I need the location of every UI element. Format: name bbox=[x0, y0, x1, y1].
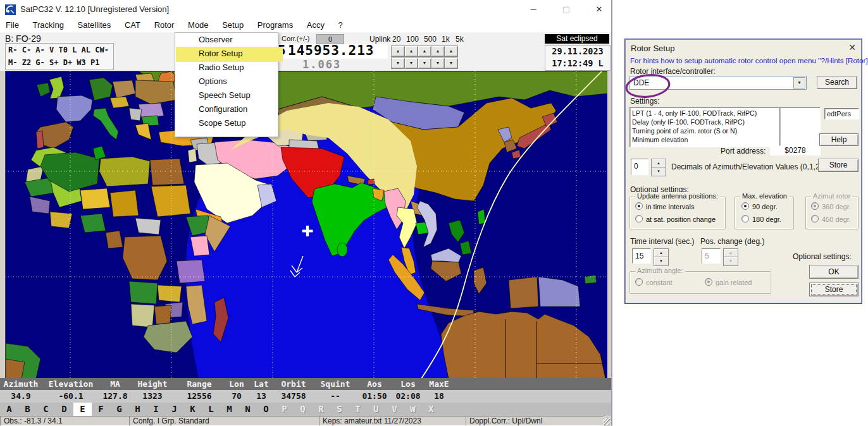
close-button[interactable]: ✕ bbox=[585, 0, 614, 18]
satellite-letter[interactable]: M bbox=[220, 403, 239, 416]
table-header-cell: Lon bbox=[224, 378, 249, 390]
freq-down-100-button[interactable]: ▼ bbox=[404, 58, 418, 69]
satellite-letter[interactable]: A bbox=[0, 403, 18, 416]
menu-item-speech-setup[interactable]: Speech Setup bbox=[175, 88, 278, 102]
table-value-cell: 127.8 bbox=[100, 390, 130, 402]
satellite-letter[interactable]: L bbox=[202, 403, 220, 416]
menu-accy[interactable]: Accy bbox=[301, 19, 330, 31]
freq-up-20-button[interactable]: ▲ bbox=[391, 46, 405, 57]
group-legend: Max. elevation bbox=[740, 192, 789, 200]
downlink-frequency[interactable]: 145953.213 bbox=[288, 43, 374, 58]
table-value-cell: 12556 bbox=[175, 390, 224, 402]
ok-button[interactable]: OK bbox=[809, 265, 859, 279]
menu-item-radio-setup[interactable]: Radio Setup bbox=[175, 61, 278, 75]
info-panel: B: FO-29 R- C- A- V T0 L AL CW- M- Z2 G-… bbox=[0, 32, 611, 71]
radio-360-degr: 360 degr. bbox=[811, 202, 851, 210]
group-legend: Update antenna positions: bbox=[635, 192, 720, 200]
menu-programs[interactable]: Programs bbox=[252, 19, 299, 31]
decimals-field[interactable]: 0 bbox=[631, 159, 648, 175]
table-value-cell: 1323 bbox=[130, 390, 175, 402]
freq-up-5k-button[interactable]: ▲ bbox=[444, 46, 458, 57]
satellite-letter-disabled: X bbox=[422, 403, 440, 416]
menu-help[interactable]: ? bbox=[333, 19, 349, 31]
search-button[interactable]: Search bbox=[817, 76, 857, 89]
menu-mode[interactable]: Mode bbox=[182, 19, 214, 31]
store-button[interactable]: Store bbox=[818, 159, 859, 172]
satellite-letter[interactable]: C bbox=[37, 403, 55, 416]
group-legend: Azimuth angle: bbox=[635, 267, 685, 274]
time-interval-field[interactable]: 15 bbox=[632, 248, 651, 264]
satellite-letter[interactable]: K bbox=[183, 403, 202, 416]
settings-line: Minimum elevation bbox=[632, 135, 779, 144]
menu-tracking[interactable]: Tracking bbox=[27, 19, 70, 31]
dialog-title: Rotor Setup bbox=[631, 44, 674, 53]
radio-icon bbox=[741, 215, 749, 222]
window-title: SatPC32 V. 12.10 [Unregistered Version] bbox=[20, 4, 169, 14]
menu-item-options[interactable]: Options bbox=[175, 75, 278, 88]
dialog-close-icon[interactable]: ✕ bbox=[848, 42, 856, 52]
radio-label: in time intervals bbox=[646, 203, 694, 210]
freq-up-100-button[interactable]: ▲ bbox=[404, 46, 418, 57]
menu-item-scope-setup[interactable]: Scope Setup bbox=[175, 116, 278, 130]
satellite-letter[interactable]: I bbox=[147, 403, 165, 416]
menu-file[interactable]: File bbox=[0, 19, 25, 31]
decimals-down-button[interactable]: ▼ bbox=[651, 167, 666, 176]
freq-up-500-button[interactable]: ▲ bbox=[418, 46, 431, 57]
table-header-cell: MaxE bbox=[424, 378, 454, 390]
freq-down-1k-button[interactable]: ▼ bbox=[431, 58, 445, 69]
table-header-cell: MA bbox=[100, 378, 130, 390]
settings-value-listbox[interactable] bbox=[779, 107, 821, 146]
menu-satellites[interactable]: Satellites bbox=[72, 19, 117, 31]
menu-rotor[interactable]: Rotor bbox=[149, 19, 180, 31]
minimize-button[interactable]: ─ bbox=[519, 0, 548, 18]
satellite-letter[interactable]: J bbox=[165, 403, 183, 416]
table-header-cell: Orbit bbox=[273, 378, 314, 390]
table-header-cell: Los bbox=[392, 378, 424, 390]
rotor-interface-combobox[interactable]: DDE ▼ bbox=[629, 76, 807, 90]
freq-down-20-button[interactable]: ▼ bbox=[391, 58, 405, 69]
satellite-letter[interactable]: G bbox=[110, 403, 128, 416]
radio-450-degr: 450 degr. bbox=[811, 215, 851, 223]
world-map[interactable] bbox=[5, 71, 607, 379]
app-icon bbox=[5, 4, 16, 15]
freq-down-5k-button[interactable]: ▼ bbox=[444, 58, 458, 69]
satellite-letter-selected[interactable]: E bbox=[73, 403, 92, 416]
satellite-letter[interactable]: H bbox=[128, 403, 147, 416]
menu-item-observer[interactable]: Observer bbox=[175, 33, 278, 47]
radio-icon bbox=[635, 278, 643, 286]
satellite-letter-disabled: R bbox=[312, 403, 330, 416]
edtpers-field[interactable]: edtPers bbox=[824, 108, 859, 119]
table-value-cell: -60.1 bbox=[42, 390, 100, 402]
menu-item-rotor-setup[interactable]: Rotor Setup bbox=[175, 47, 278, 61]
satellite-letter[interactable]: D bbox=[55, 403, 73, 416]
status-config: Confg. I Grp. Standard bbox=[129, 416, 319, 426]
freq-up-1k-button[interactable]: ▲ bbox=[431, 46, 445, 57]
freq-down-500-button[interactable]: ▼ bbox=[418, 58, 431, 69]
radio-gain-related: gain related bbox=[705, 278, 752, 286]
menu-setup[interactable]: Setup bbox=[216, 19, 249, 31]
satellite-letter[interactable]: B bbox=[18, 403, 37, 416]
maximize-button[interactable]: ▢ bbox=[552, 0, 581, 18]
chevron-down-icon[interactable]: ▼ bbox=[793, 77, 805, 88]
help-button[interactable]: Help bbox=[819, 133, 859, 146]
time-interval-down-button[interactable]: ▼ bbox=[654, 257, 669, 266]
setup-dropdown-menu: Observer Rotor Setup Radio Setup Options… bbox=[175, 32, 278, 137]
radio-label: 180 degr. bbox=[752, 216, 781, 223]
rotor-interface-value: DDE bbox=[633, 78, 649, 87]
radio-at-position-change[interactable]: at sat. position change bbox=[635, 215, 716, 223]
radio-in-time-intervals[interactable]: in time intervals bbox=[635, 202, 694, 210]
menu-item-configuration[interactable]: Configuration bbox=[175, 102, 278, 116]
store-settings-button[interactable]: Store bbox=[809, 283, 859, 296]
satellite-letter[interactable]: N bbox=[239, 403, 257, 416]
azimuth-angle-group: Azimuth angle: constant gain related bbox=[629, 271, 771, 294]
radio-90-degr[interactable]: 90 degr. bbox=[741, 202, 778, 210]
satellite-letter[interactable]: O bbox=[257, 403, 275, 416]
resize-grip[interactable] bbox=[603, 418, 611, 425]
satellite-letter[interactable]: F bbox=[92, 403, 110, 416]
menu-cat[interactable]: CAT bbox=[119, 19, 146, 31]
radio-180-degr[interactable]: 180 degr. bbox=[741, 215, 781, 223]
satellite-letter-row: ABCDEFGHIJKLMNOPQRSTUVWX bbox=[0, 403, 611, 416]
settings-listbox[interactable]: LPT (1 - 4, only IF-100, FODTrack, RifPC… bbox=[629, 107, 779, 147]
satellite-letter-disabled: U bbox=[367, 403, 385, 416]
decimals-label: Decimals of Azimuth/Elevation Values (0,… bbox=[671, 162, 822, 171]
